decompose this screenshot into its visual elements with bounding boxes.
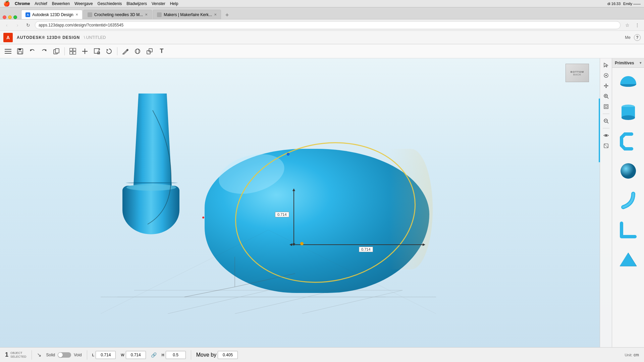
selected-count: 1 bbox=[5, 351, 8, 358]
primitive-c-shape[interactable] bbox=[615, 128, 642, 155]
nav-cube-label-back: BACK bbox=[573, 73, 581, 76]
viewport-toolbar bbox=[600, 58, 612, 347]
svg-rect-0 bbox=[5, 49, 11, 50]
selection-info: 1 OBJECT SELECTED bbox=[5, 351, 26, 359]
menu-weergave[interactable]: Weergave bbox=[74, 1, 93, 6]
primitive-angle[interactable] bbox=[615, 217, 642, 243]
app-header: A AUTODESK® 123D® DESIGN \ UNTITLED Me ? bbox=[0, 31, 644, 44]
solid-void-toggle: Solid Void bbox=[46, 352, 82, 358]
window-minimize[interactable] bbox=[8, 15, 12, 19]
svg-line-48 bbox=[607, 122, 608, 123]
tab-icon-makers bbox=[157, 12, 162, 17]
shader-button[interactable] bbox=[601, 141, 611, 150]
toolbar-separator-2 bbox=[117, 47, 117, 55]
window-maximize[interactable] bbox=[13, 15, 17, 19]
svg-point-40 bbox=[605, 75, 607, 76]
bookmark-icon[interactable]: ☆ bbox=[623, 21, 631, 29]
menu-bewerken[interactable]: Bewerken bbox=[52, 1, 70, 6]
needle-object bbox=[122, 94, 183, 241]
redo-button[interactable] bbox=[39, 46, 50, 57]
new-tab-button[interactable]: + bbox=[223, 11, 231, 19]
tab-close-crocheting[interactable]: ✕ bbox=[145, 13, 148, 16]
combine-button[interactable] bbox=[144, 46, 155, 57]
menu-archief[interactable]: Archief bbox=[35, 1, 47, 6]
text-button[interactable]: T bbox=[156, 46, 167, 57]
tab-close-makers[interactable]: ✕ bbox=[214, 13, 217, 16]
app-logo: A AUTODESK® 123D® DESIGN \ UNTITLED bbox=[3, 33, 106, 42]
w-input[interactable] bbox=[126, 351, 146, 359]
primitive-wedge[interactable] bbox=[615, 246, 642, 273]
dim-arrow-v-top bbox=[292, 188, 295, 191]
address-input[interactable] bbox=[35, 21, 621, 29]
chrome-window: A Autodesk 123D Design ✕ Crocheting need… bbox=[0, 7, 644, 362]
svg-point-56 bbox=[621, 163, 636, 179]
refresh-button[interactable] bbox=[104, 46, 114, 57]
view-button[interactable] bbox=[601, 131, 611, 140]
h-input[interactable] bbox=[166, 351, 186, 359]
axis-lines-svg bbox=[168, 253, 302, 320]
add-button[interactable] bbox=[79, 46, 90, 57]
undo-button[interactable] bbox=[27, 46, 38, 57]
menu-button[interactable] bbox=[3, 46, 13, 57]
settings-icon[interactable]: ⋮ bbox=[633, 21, 641, 29]
zoom-tool-button[interactable] bbox=[601, 92, 611, 101]
window-close[interactable] bbox=[3, 15, 6, 19]
nav-cube[interactable]: BOTTOM BACK bbox=[566, 64, 595, 93]
forward-button[interactable]: › bbox=[13, 21, 21, 29]
tab-label-autodesk: Autodesk 123D Design bbox=[32, 12, 73, 17]
solid-void-switch[interactable] bbox=[58, 352, 71, 358]
move-by-input[interactable] bbox=[218, 351, 238, 359]
viewport[interactable]: 0.714 0.714 bbox=[0, 58, 612, 347]
viewport-3d: 0.714 0.714 bbox=[0, 58, 612, 347]
toggle-thumb bbox=[58, 353, 63, 357]
primitives-dropdown-arrow[interactable]: ▾ bbox=[640, 61, 641, 65]
tab-makers[interactable]: Makers | Makerfaire Kerk... ✕ bbox=[153, 10, 221, 19]
menubar-right-icons: di 16:33 Emily —— bbox=[607, 2, 641, 6]
tab-crocheting[interactable]: Crocheting needles 3D M... ✕ bbox=[83, 10, 152, 19]
svg-rect-4 bbox=[18, 49, 21, 50]
w-label: W bbox=[121, 353, 124, 357]
unit-value: cm bbox=[634, 353, 639, 357]
menu-bladwijzers[interactable]: Bladwijzers bbox=[126, 1, 147, 6]
menu-help[interactable]: Help bbox=[170, 1, 178, 6]
transform-button[interactable] bbox=[92, 46, 102, 57]
svg-point-55 bbox=[622, 115, 635, 120]
primitive-cylinder[interactable] bbox=[615, 99, 642, 125]
link-icon[interactable]: 🔗 bbox=[151, 352, 157, 358]
transform-arrow-icon: ↘ bbox=[37, 352, 41, 358]
help-button[interactable]: ? bbox=[634, 34, 641, 41]
back-button[interactable]: ‹ bbox=[3, 21, 11, 29]
modify-button[interactable] bbox=[120, 46, 131, 57]
copy-button[interactable] bbox=[51, 46, 62, 57]
l-label: L bbox=[92, 353, 95, 357]
save-button[interactable] bbox=[15, 46, 25, 57]
tab-close-autodesk[interactable]: ✕ bbox=[75, 13, 78, 16]
user-menu[interactable]: Me bbox=[625, 35, 631, 40]
menu-venster[interactable]: Venster bbox=[152, 1, 165, 6]
grid-button[interactable] bbox=[67, 46, 78, 57]
primitive-sphere[interactable] bbox=[615, 158, 642, 184]
needle-curve-svg bbox=[122, 110, 183, 228]
selected-label: OBJECT SELECTED bbox=[10, 351, 26, 359]
tab-autodesk[interactable]: A Autodesk 123D Design ✕ bbox=[21, 10, 83, 19]
fit-tool-button[interactable] bbox=[601, 102, 611, 111]
tab-label-crocheting: Crocheting needles 3D M... bbox=[94, 12, 143, 17]
menu-geschiedenis[interactable]: Geschiedenis bbox=[98, 1, 122, 6]
main-area: 0.714 0.714 bbox=[0, 58, 644, 347]
void-label: Void bbox=[74, 353, 82, 357]
reload-button[interactable]: ↻ bbox=[24, 21, 32, 29]
select-tool-button[interactable] bbox=[601, 60, 611, 70]
pan-tool-button[interactable] bbox=[601, 81, 611, 90]
mac-menubar: 🍎 Chrome Archief Bewerken Weergave Gesch… bbox=[0, 0, 644, 7]
material-button[interactable] bbox=[132, 46, 143, 57]
svg-rect-5 bbox=[18, 52, 22, 54]
length-input-group: L bbox=[92, 351, 116, 359]
zoom-box-button[interactable] bbox=[601, 116, 611, 126]
menu-chrome[interactable]: Chrome bbox=[15, 1, 30, 6]
primitive-half-sphere[interactable] bbox=[615, 69, 642, 96]
nav-cube-face[interactable]: BOTTOM BACK bbox=[566, 64, 589, 82]
primitive-bent-pipe[interactable] bbox=[615, 187, 642, 214]
orbit-tool-button[interactable] bbox=[601, 71, 611, 80]
apple-icon[interactable]: 🍎 bbox=[3, 0, 10, 7]
l-input[interactable] bbox=[96, 351, 116, 359]
